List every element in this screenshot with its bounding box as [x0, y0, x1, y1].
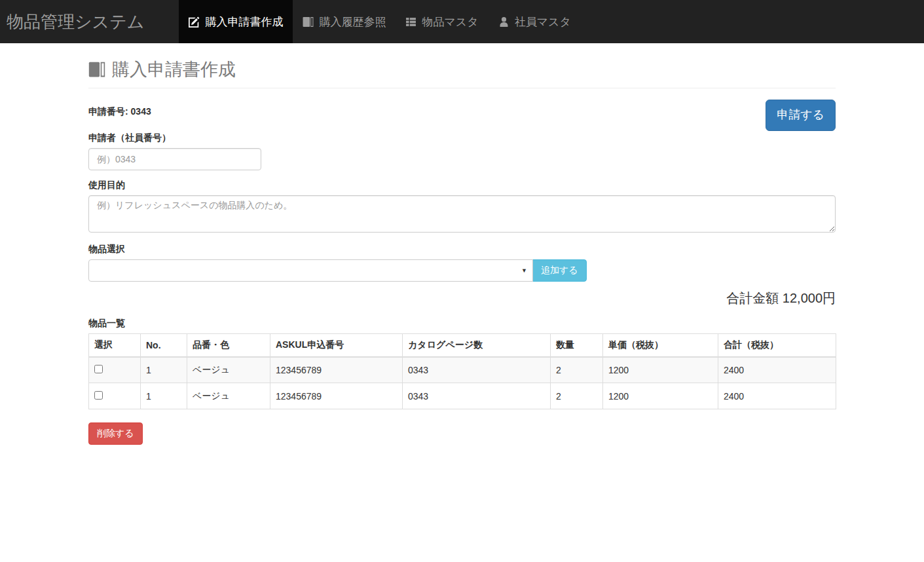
row-select-checkbox[interactable] — [94, 391, 103, 400]
col-header-part-color: 品番・色 — [187, 333, 270, 357]
col-header-unit-price: 単価（税抜） — [603, 333, 718, 357]
nav-item-item-master[interactable]: 物品マスタ — [396, 0, 488, 43]
add-item-button[interactable]: 追加する — [532, 259, 587, 282]
total-amount-label: 合計金額 — [726, 291, 779, 305]
col-header-quantity: 数量 — [551, 333, 603, 357]
top-navbar: 物品管理システム 購入申請書作成 購入履歴参照 — [0, 0, 924, 43]
total-amount: 合計金額 12,000円 — [88, 290, 836, 307]
row-no: 1 — [141, 383, 187, 409]
item-select-label: 物品選択 — [88, 244, 836, 255]
row-part-color: ベージュ — [187, 383, 270, 409]
applicant-input[interactable] — [88, 148, 261, 170]
nav-item-purchase-history[interactable]: 購入履歴参照 — [293, 0, 396, 43]
book-icon — [303, 16, 314, 28]
row-askul-number: 123456789 — [270, 357, 403, 383]
purpose-group: 使用目的 — [88, 179, 836, 234]
row-unit-price: 1200 — [603, 383, 718, 409]
main-nav: 購入申請書作成 購入履歴参照 物品マスタ — [179, 0, 580, 43]
col-header-no: No. — [141, 333, 187, 357]
row-catalog-pages: 0343 — [403, 383, 551, 409]
nav-item-label: 購入申請書作成 — [205, 14, 283, 29]
nav-item-label: 物品マスタ — [422, 14, 478, 29]
total-amount-value: 12,000円 — [783, 291, 836, 305]
col-header-select: 選択 — [89, 333, 141, 357]
item-select-group: 物品選択 ▼ 追加する — [88, 244, 836, 282]
table-row: 1 ベージュ 123456789 0343 2 1200 2400 — [89, 357, 836, 383]
purpose-textarea[interactable] — [88, 195, 836, 233]
table-header-row: 選択 No. 品番・色 ASKUL申込番号 カタログページ数 数量 単価（税抜）… — [89, 333, 836, 357]
request-number-label: 申請番号: — [88, 106, 128, 117]
row-total: 2400 — [718, 383, 836, 409]
nav-item-label: 購入履歴参照 — [319, 14, 386, 29]
row-part-color: ベージュ — [187, 357, 270, 383]
table-row: 1 ベージュ 123456789 0343 2 1200 2400 — [89, 383, 836, 409]
app-brand[interactable]: 物品管理システム — [0, 0, 154, 43]
page-title: 購入申請書作成 — [112, 58, 236, 81]
item-select[interactable] — [88, 259, 533, 282]
nav-item-employee-master[interactable]: 社員マスタ — [489, 0, 581, 43]
page-header: 購入申請書作成 — [88, 58, 836, 88]
delete-button[interactable]: 削除する — [88, 422, 143, 445]
row-select-cell — [89, 357, 141, 383]
applicant-label: 申請者（社員番号） — [88, 132, 836, 144]
nav-item-create-request[interactable]: 購入申請書作成 — [179, 0, 293, 43]
edit-icon — [189, 16, 200, 28]
col-header-askul-number: ASKUL申込番号 — [270, 333, 403, 357]
item-list-label: 物品一覧 — [88, 318, 836, 329]
request-number-value: 0343 — [131, 106, 151, 117]
row-total: 2400 — [718, 357, 836, 383]
item-list-table: 選択 No. 品番・色 ASKUL申込番号 カタログページ数 数量 単価（税抜）… — [88, 333, 836, 410]
col-header-total: 合計（税抜） — [718, 333, 836, 357]
row-unit-price: 1200 — [603, 357, 718, 383]
applicant-group: 申請者（社員番号） — [88, 132, 836, 170]
row-catalog-pages: 0343 — [403, 357, 551, 383]
list-icon — [405, 16, 416, 28]
book-icon — [88, 61, 105, 78]
item-select-wrap: ▼ — [88, 259, 533, 282]
submit-row: 申請番号: 0343 申請する — [88, 100, 836, 131]
row-select-cell — [89, 383, 141, 409]
row-quantity: 2 — [551, 383, 603, 409]
nav-item-label: 社員マスタ — [515, 14, 571, 29]
app-brand-label: 物品管理システム — [7, 10, 144, 33]
user-icon — [498, 16, 509, 28]
row-quantity: 2 — [551, 357, 603, 383]
item-select-input-group: ▼ 追加する — [88, 259, 587, 282]
submit-button[interactable]: 申請する — [766, 100, 836, 131]
main-content: 購入申請書作成 申請番号: 0343 申請する 申請者（社員番号） 使用目的 物… — [88, 58, 836, 445]
row-no: 1 — [141, 357, 187, 383]
request-number: 申請番号: 0343 — [88, 100, 151, 118]
purpose-label: 使用目的 — [88, 179, 836, 191]
row-askul-number: 123456789 — [270, 383, 403, 409]
col-header-catalog-pages: カタログページ数 — [403, 333, 551, 357]
row-select-checkbox[interactable] — [94, 365, 103, 373]
